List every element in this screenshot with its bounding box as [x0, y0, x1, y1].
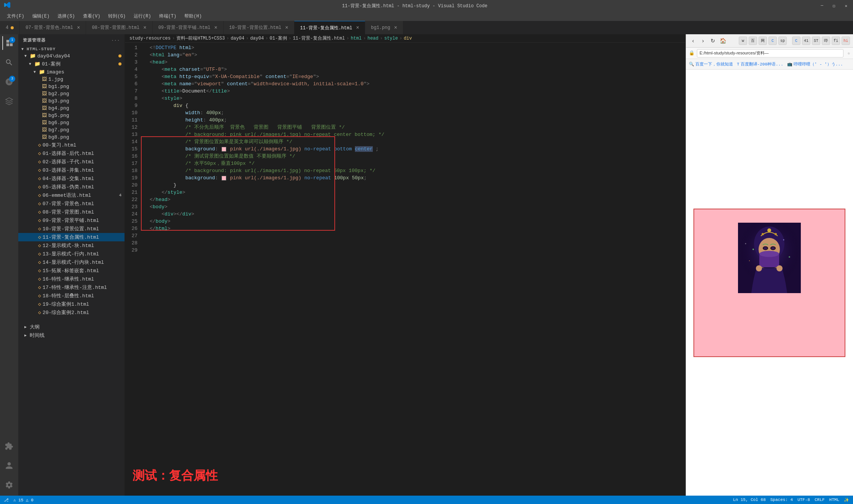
- sidebar-item-12-display[interactable]: ◇ 12-显示模式-块.html: [18, 241, 125, 250]
- browser-forward-button[interactable]: ›: [699, 37, 707, 45]
- close-button[interactable]: ✕: [843, 3, 849, 9]
- browser-back-button[interactable]: ‹: [689, 37, 697, 45]
- activity-extensions[interactable]: [2, 439, 16, 453]
- menu-goto[interactable]: 转到(G): [105, 12, 129, 20]
- tab-number[interactable]: 4: [0, 21, 20, 34]
- sidebar-item-15-tag[interactable]: ◇ 15-拓展-标签嵌套.html: [18, 266, 125, 275]
- sidebar-more-options[interactable]: ···: [111, 38, 120, 43]
- activity-debug[interactable]: [2, 94, 16, 108]
- sidebar-item-day04[interactable]: ▼ 📁 day04\day04: [18, 52, 125, 60]
- activity-explorer[interactable]: 1: [2, 36, 16, 50]
- bookmark-baidu[interactable]: 🔍 百度一下，你就知道: [689, 61, 733, 67]
- sidebar-item-bg3[interactable]: 🖼 bg3.png: [18, 97, 125, 105]
- svg-point-15: [776, 265, 783, 271]
- sidebar-item-01-case[interactable]: ▼ 📁 01-案例: [18, 60, 125, 68]
- sidebar-item-11-bg[interactable]: ◇ 11-背景-复合属性.html: [18, 233, 125, 241]
- activity-settings[interactable]: [2, 478, 16, 492]
- sidebar-item-20-case[interactable]: ◇ 20-综合案例2.html: [18, 308, 125, 317]
- activity-account[interactable]: [2, 459, 16, 472]
- sidebar-item-17-inherit[interactable]: ◇ 17-特性-继承性-注意.html: [18, 283, 125, 292]
- sidebar-item-root[interactable]: ▼ HTML-STUDY: [18, 46, 125, 52]
- sidebar-item-bg8[interactable]: 🖼 bg8.png: [18, 134, 125, 141]
- sidebar-item-04-sel[interactable]: ◇ 04-选择器-交集.html: [18, 174, 125, 183]
- sidebar-item-images[interactable]: ▼ 📁 images: [18, 68, 125, 76]
- browser-icon-41[interactable]: 41: [802, 37, 810, 45]
- activity-search[interactable]: [2, 56, 16, 69]
- sidebar-timeline[interactable]: ▶ 时间线: [21, 331, 121, 340]
- sidebar-item-01-sel[interactable]: ◇ 01-选择器-后代.html: [18, 149, 125, 158]
- sidebar-item-02-sel[interactable]: ◇ 02-选择器-子代.html: [18, 158, 125, 166]
- browser-icon-c2[interactable]: C: [792, 37, 800, 45]
- tab-close-icon[interactable]: ×: [285, 25, 288, 31]
- browser-icon-fi[interactable]: fi: [832, 37, 840, 45]
- star-icon[interactable]: ☆: [847, 51, 850, 56]
- browser-refresh-button[interactable]: ↻: [709, 37, 717, 45]
- sidebar-item-14-display[interactable]: ◇ 14-显示模式-行内块.html: [18, 258, 125, 266]
- browser-home-button[interactable]: 🏠: [719, 37, 727, 45]
- maximize-button[interactable]: ◻: [831, 3, 837, 9]
- menu-help[interactable]: 帮助(H): [181, 12, 205, 20]
- tab-09-bg-tile[interactable]: 09-背景-背景平铺.html ×: [153, 21, 224, 34]
- sidebar-item-bg6[interactable]: 🖼 bg6.png: [18, 119, 125, 126]
- code-editor[interactable]: 12345 678910 1112131415 1617181920 21222…: [125, 43, 685, 456]
- breadcrumb-part: day04: [231, 36, 244, 41]
- browser-icon-wang[interactable]: 网: [759, 37, 767, 45]
- sidebar-outline[interactable]: ▶ 大纲: [21, 323, 121, 331]
- tab-bg1-png[interactable]: bg1.png ×: [365, 21, 403, 34]
- sidebar-item-19-case[interactable]: ◇ 19-综合案例1.html: [18, 300, 125, 308]
- sidebar-item-bg2[interactable]: 🖼 bg2.png: [18, 90, 125, 97]
- sidebar-item-08-bg[interactable]: ◇ 08-背景-背景图.html: [18, 208, 125, 216]
- sidebar-item-00-review[interactable]: ◇ 00-复习.html: [18, 141, 125, 149]
- tab-08-bg-image[interactable]: 08-背景-背景图.html ×: [86, 21, 152, 34]
- browser-icon-video[interactable]: 哔: [822, 37, 830, 45]
- bookmark-bilibili[interactable]: 📺 哔哩哔哩（' - '）う...: [787, 61, 843, 67]
- svg-point-14: [756, 265, 762, 271]
- sidebar-item-bg7[interactable]: 🖼 bg7.png: [18, 126, 125, 134]
- bookmark-translate[interactable]: T 百度翻译-200种语...: [737, 61, 783, 67]
- tab-07-bg-color[interactable]: 07-背景-背景色.html ×: [20, 21, 86, 34]
- sidebar-item-09-bg[interactable]: ◇ 09-背景-背景平铺.html: [18, 216, 125, 225]
- browser-icon-baidu[interactable]: 百: [749, 37, 757, 45]
- tab-close-icon[interactable]: ×: [356, 25, 359, 31]
- status-bar-left: ⎇ ⚠ 15 △ 0: [4, 498, 34, 502]
- menu-terminal[interactable]: 终端(T): [156, 12, 180, 20]
- url-input[interactable]: [697, 49, 843, 57]
- sidebar-item-13-display[interactable]: ◇ 13-显示模式-行内.html: [18, 250, 125, 258]
- tab-close-icon[interactable]: ×: [77, 25, 80, 31]
- menu-select[interactable]: 选择(S): [54, 12, 78, 20]
- activity-git[interactable]: 3: [2, 75, 16, 89]
- browser-icon-hi[interactable]: hi: [842, 37, 850, 45]
- sidebar-item-03-sel[interactable]: ◇ 03-选择器-并集.html: [18, 166, 125, 174]
- sidebar-item-16-inherit[interactable]: ◇ 16-特性-继承性.html: [18, 275, 125, 283]
- code-line-18: /* 水平50px，垂直100px */: [142, 160, 685, 167]
- menu-run[interactable]: 运行(R): [131, 12, 154, 20]
- browser-icon-st[interactable]: ST: [812, 37, 820, 45]
- tab-10-bg-pos[interactable]: 10-背景-背景位置.html ×: [224, 21, 294, 34]
- sidebar-item-bg5[interactable]: 🖼 bg5.png: [18, 112, 125, 119]
- sidebar-item-18-cascade[interactable]: ◇ 18-特性-层叠性.html: [18, 292, 125, 300]
- browser-icon-w[interactable]: w: [739, 37, 747, 45]
- tab-close-icon[interactable]: ×: [143, 25, 146, 31]
- breadcrumb-sep: ›: [246, 36, 249, 41]
- folder-arrow: ▼: [29, 62, 34, 66]
- browser-icon-sp[interactable]: sp: [778, 37, 787, 45]
- image-icon: 🖼: [42, 134, 47, 140]
- sidebar-item-06-emmet[interactable]: ◇ 06-emmet语法.html 4: [18, 191, 125, 199]
- sidebar-item-05-sel[interactable]: ◇ 05-选择器-伪类.html: [18, 183, 125, 191]
- sidebar-item-07-bg[interactable]: ◇ 07-背景-背景色.html: [18, 199, 125, 208]
- minimize-button[interactable]: ─: [819, 3, 825, 9]
- browser-nav-group: ‹ › ↻ 🏠: [689, 37, 727, 45]
- code-content[interactable]: <!DOCTYPE html> <html lang="en"> <head> …: [142, 43, 685, 456]
- tab-close-icon[interactable]: ×: [214, 25, 217, 31]
- code-line-1: <!DOCTYPE html>: [142, 44, 685, 51]
- tab-close-icon[interactable]: ×: [394, 25, 397, 31]
- sidebar-item-bg4[interactable]: 🖼 bg4.png: [18, 105, 125, 112]
- menu-view[interactable]: 查看(V): [80, 12, 104, 20]
- menu-edit[interactable]: 编辑(E): [29, 12, 53, 20]
- sidebar-item-1jpg[interactable]: 🖼 1.jpg: [18, 76, 125, 83]
- browser-icon-c[interactable]: C: [768, 37, 777, 45]
- sidebar-item-10-bg[interactable]: ◇ 10-背景-背景位置.html: [18, 225, 125, 233]
- tab-11-bg-composite[interactable]: 11-背景-复合属性.html ×: [294, 21, 365, 34]
- menu-file[interactable]: 文件(F): [4, 12, 27, 20]
- sidebar-item-bg1[interactable]: 🖼 bg1.png: [18, 83, 125, 90]
